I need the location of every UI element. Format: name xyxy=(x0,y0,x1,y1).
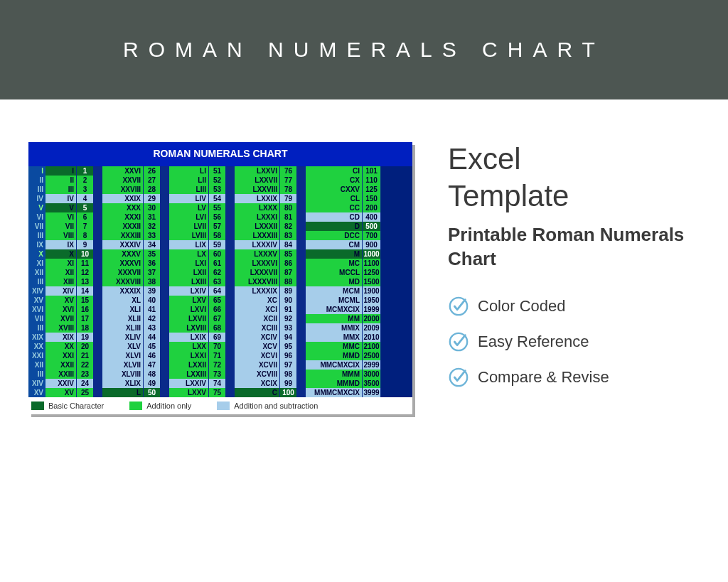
number-cell: 2010 xyxy=(363,333,381,342)
roman-cell: DCC xyxy=(306,231,363,240)
number-cell: 90 xyxy=(280,296,297,305)
number-cell: 14 xyxy=(77,286,94,296)
number-cell: 13 xyxy=(77,277,94,286)
roman-cell: X xyxy=(46,249,77,259)
legend-sub: Addition and subtraction xyxy=(217,402,318,410)
number-cell: 2009 xyxy=(363,323,381,333)
roman-cell: XLI xyxy=(102,305,144,314)
roman-cell: XC xyxy=(235,296,280,305)
roman-cell: CC xyxy=(306,203,363,212)
check-icon xyxy=(448,367,469,388)
number-cell: 49 xyxy=(144,379,161,388)
roman-cell: I xyxy=(46,166,77,176)
number-cell: 98 xyxy=(280,370,297,379)
roman-cell: XLVII xyxy=(102,360,144,370)
legend: Basic Character Addition only Addition a… xyxy=(28,397,412,414)
row-index: XXI xyxy=(28,351,46,360)
roman-cell: MMCMXCIX xyxy=(306,360,363,370)
number-cell: 34 xyxy=(144,240,161,249)
legend-add-label: Addition only xyxy=(146,402,191,410)
number-cell: 71 xyxy=(209,351,226,360)
feature-item: Easy Reference xyxy=(448,331,700,352)
roman-cell: IX xyxy=(46,240,77,249)
roman-cell: L xyxy=(102,388,144,397)
number-cell: 2100 xyxy=(363,342,381,351)
roman-cell: XCIV xyxy=(235,333,280,342)
roman-cell: XXVI xyxy=(102,166,144,176)
roman-cell: LX xyxy=(169,249,209,259)
number-cell: 77 xyxy=(280,176,297,185)
roman-cell: LXXII xyxy=(169,360,209,370)
number-cell: 63 xyxy=(209,277,226,286)
roman-cell: XXX xyxy=(102,203,144,212)
roman-cell: XXII xyxy=(46,360,77,370)
roman-cell: XVIII xyxy=(46,323,77,333)
number-cell: 67 xyxy=(209,314,226,323)
number-cell: 33 xyxy=(144,231,161,240)
heading-line1: Excel xyxy=(448,142,700,176)
number-cell: 89 xyxy=(280,286,297,296)
number-cell: 3000 xyxy=(363,370,381,379)
number-cell: 1100 xyxy=(363,259,381,268)
row-index: XVI xyxy=(28,305,46,314)
roman-cell: MCM xyxy=(306,286,363,296)
roman-cell: XXIV xyxy=(46,379,77,388)
roman-cell: CX xyxy=(306,176,363,185)
check-icon xyxy=(448,296,469,317)
roman-cell: XIII xyxy=(46,277,77,286)
feature-label: Compare & Revise xyxy=(478,368,609,387)
roman-cell: LXXIII xyxy=(169,370,209,379)
number-cell: 35 xyxy=(144,249,161,259)
number-cell: 1950 xyxy=(363,296,381,305)
roman-cell: XXXIX xyxy=(102,286,144,296)
number-cell: 15 xyxy=(77,296,94,305)
roman-cell: XXXVII xyxy=(102,268,144,277)
number-cell: 6 xyxy=(77,212,94,222)
number-cell: 1999 xyxy=(363,305,381,314)
number-cell: 56 xyxy=(209,212,226,222)
number-cell: 83 xyxy=(280,231,297,240)
row-index: XIV xyxy=(28,379,46,388)
number-cell: 50 xyxy=(144,388,161,397)
number-cell: 82 xyxy=(280,222,297,231)
roman-cell: MMC xyxy=(306,342,363,351)
legend-basic-label: Basic Character xyxy=(48,402,104,410)
number-cell: 36 xyxy=(144,259,161,268)
number-cell: 18 xyxy=(77,323,94,333)
roman-cell: XXXII xyxy=(102,222,144,231)
number-cell: 62 xyxy=(209,268,226,277)
number-cell: 500 xyxy=(363,222,381,231)
number-cell: 87 xyxy=(280,268,297,277)
roman-cell: XCVII xyxy=(235,360,280,370)
number-cell: 24 xyxy=(77,379,94,388)
number-cell: 65 xyxy=(209,296,226,305)
feature-item: Color Coded xyxy=(448,296,700,317)
row-index: III xyxy=(28,277,46,286)
swatch-basic xyxy=(31,402,44,410)
number-cell: 97 xyxy=(280,360,297,370)
number-cell: 700 xyxy=(363,231,381,240)
swatch-sub xyxy=(217,402,230,410)
roman-cell: LVI xyxy=(169,212,209,222)
number-cell: 39 xyxy=(144,286,161,296)
number-cell: 21 xyxy=(77,351,94,360)
roman-cell: MCCL xyxy=(306,268,363,277)
number-cell: 81 xyxy=(280,212,297,222)
number-cell: 59 xyxy=(209,240,226,249)
number-cell: 2000 xyxy=(363,314,381,323)
roman-cell: LII xyxy=(169,176,209,185)
number-cell: 84 xyxy=(280,240,297,249)
number-cell: 110 xyxy=(363,176,381,185)
row-index: III xyxy=(28,370,46,379)
chart-container: ROMAN NUMERALS CHART II1XXVI26LI51LXXVI7… xyxy=(28,142,412,414)
number-cell: 3500 xyxy=(363,379,381,388)
roman-cell: XLV xyxy=(102,342,144,351)
roman-cell: LXXXI xyxy=(235,212,280,222)
number-cell: 16 xyxy=(77,305,94,314)
number-cell: 9 xyxy=(77,240,94,249)
roman-cell: MCMXCIX xyxy=(306,305,363,314)
number-cell: 52 xyxy=(209,176,226,185)
roman-cell: VI xyxy=(46,212,77,222)
roman-cell: LXXIV xyxy=(169,379,209,388)
number-cell: 29 xyxy=(144,194,161,203)
